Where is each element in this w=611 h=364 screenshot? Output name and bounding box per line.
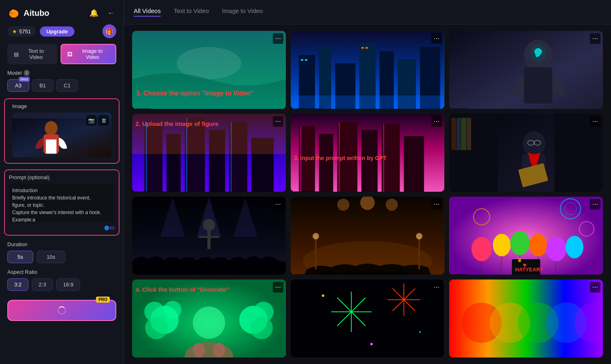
thumbnail-image: 4. Click the button of "Generate" [132,280,286,358]
svg-rect-23 [365,47,368,49]
sidebar-header: Aitubo 🔔 ← [0,0,124,24]
image-to-video-label: Image to Video [75,48,110,60]
thumbnail-image [291,31,444,109]
svg-point-64 [203,219,215,231]
video-thumbnail: 00:00 / 00:04 ⋯ [449,114,603,192]
video-thumbnail: ⋯ [291,280,444,358]
svg-text:2. Upload the image of figure: 2. Upload the image of figure [135,121,218,127]
aspect-3-2-button[interactable]: 3:2 [7,278,28,291]
aspect-2-3-button[interactable]: 2:3 [32,278,53,291]
duration-5s-button[interactable]: 5s [7,251,33,263]
text-to-video-button[interactable]: ▤ Text to Video [7,44,57,64]
image-action-buttons: 📷 🗑 [86,115,109,126]
video-card[interactable]: 2. Upload the image of figure 00:00 / 00… [132,114,286,192]
svg-point-104 [193,307,225,339]
prompt-section: Prompt (optional) Introduction Briefly i… [4,169,120,236]
video-menu-button[interactable]: ⋯ [273,282,283,292]
video-menu-button[interactable]: ⋯ [590,33,600,44]
tab-text-to-video[interactable]: Text to Video [174,7,209,17]
svg-rect-7 [46,139,57,154]
svg-point-127 [419,331,421,333]
video-menu-button[interactable]: ⋯ [590,116,600,127]
video-card[interactable]: 4. Click the button of "Generate" ⋯ [132,280,286,358]
image-to-video-button[interactable]: 🖼 Image to Video [61,44,116,64]
thumbnail-image: 2. Upload the image of figure [132,114,286,192]
video-card[interactable]: ⋯ [291,280,444,358]
underwater-visual: 1. Choose the option "Image to Video" [132,31,286,109]
model-buttons: A3 Beta B1 C1 [0,79,124,98]
colorful-visual [449,280,603,358]
upgrade-button[interactable]: Upgrade [40,26,74,37]
video-card[interactable]: ⋯ [449,280,603,358]
aspect-section: Aspect Ratio 3:2 2:3 16:9 [0,269,124,297]
video-thumbnail: 00:04 ⋯ [291,197,444,275]
city-night-visual [291,31,444,109]
video-thumbnail: ⋯ [449,280,603,358]
svg-rect-55 [457,118,461,150]
video-thumbnail: 00:00 / 00:04 ⋯ [132,197,286,275]
video-thumbnail: 2. Upload the image of figure 00:00 / 00… [132,114,286,192]
video-card[interactable]: 00:00 / 00:04 ⋯ [449,114,603,192]
image-upload-area[interactable]: 📷 🗑 [12,113,111,157]
image-camera-button[interactable]: 📷 [86,115,97,126]
video-thumbnail: HATYEARY ♥ ♛ 00:04 ⋯ [449,197,603,275]
thumbnail-image: HATYEARY ♥ ♛ [449,197,603,275]
svg-point-126 [322,295,324,297]
video-card[interactable]: 3. Input the prompt written by GPT 00:00… [291,114,444,192]
back-button[interactable]: ← [106,7,116,19]
video-card[interactable]: 00:00 / 00:04 ⋯ [132,197,286,275]
credits-value: 5751 [19,28,31,35]
svg-point-82 [493,234,511,256]
svg-point-128 [370,343,373,345]
svg-rect-46 [404,136,424,192]
sidebar: Aitubo 🔔 ← ★ 5751 Upgrade 🎁 ▤ Text to Vi… [0,0,124,364]
svg-point-86 [565,236,583,258]
header-icons: 🔔 ← [88,7,116,19]
svg-point-75 [416,233,422,239]
model-info-icon: i [24,70,30,76]
svg-point-84 [529,234,547,256]
prompt-textarea[interactable]: Introduction Briefly introduce the histo… [9,184,115,222]
balloons-visual: HATYEARY ♥ ♛ [449,197,603,275]
video-menu-button[interactable]: ⋯ [431,116,442,127]
video-card[interactable]: 1. Choose the option "Image to Video" 00… [132,31,286,109]
duration-10s-button[interactable]: 10s [37,251,65,263]
svg-rect-38 [132,114,286,154]
video-card[interactable]: 00:05 ⋯ [449,31,603,109]
video-menu-button[interactable]: ⋯ [590,282,600,292]
svg-rect-57 [467,118,471,150]
warrior-visual [449,31,603,109]
image-delete-button[interactable]: 🗑 [98,115,109,126]
tab-image-to-video[interactable]: Image to Video [222,7,263,17]
video-card[interactable]: 00:00 / 00:05 ⋯ [291,31,444,109]
notification-button[interactable]: 🔔 [88,7,100,19]
model-a3-button[interactable]: A3 Beta [7,79,29,92]
tab-all-videos[interactable]: All Videos [134,7,161,17]
video-menu-button[interactable]: ⋯ [273,199,283,210]
app-name: Aitubo [24,9,49,18]
aspect-16-9-button[interactable]: 16:9 [56,278,80,291]
generate-button[interactable]: PRO [7,300,116,321]
main-content: All Videos Text to Video Image to Video [124,0,611,364]
svg-text:HATYEARY: HATYEARY [515,266,544,273]
svg-text:♛: ♛ [517,257,522,263]
aspect-label: Aspect Ratio [7,269,116,275]
svg-point-85 [546,237,567,261]
video-menu-button[interactable]: ⋯ [431,199,442,210]
video-card[interactable]: 00:04 ⋯ [291,197,444,275]
video-card[interactable]: HATYEARY ♥ ♛ 00:04 ⋯ [449,197,603,275]
text-to-video-icon: ▤ [14,51,19,57]
thumbnail-image [449,31,603,109]
video-menu-button[interactable]: ⋯ [431,33,442,44]
video-menu-button[interactable]: ⋯ [273,33,283,44]
video-time: 00:00 / 00:04 [135,274,166,275]
video-time: 00:04 [294,274,310,275]
gift-button[interactable]: 🎁 [102,24,116,38]
video-menu-button[interactable]: ⋯ [590,199,600,210]
video-menu-button[interactable]: ⋯ [273,116,283,127]
model-b1-button[interactable]: B1 [32,79,54,92]
video-menu-button[interactable]: ⋯ [431,282,442,292]
thumbnail-image [449,280,603,358]
thumbnail-image [291,197,444,275]
model-c1-button[interactable]: C1 [56,79,78,92]
